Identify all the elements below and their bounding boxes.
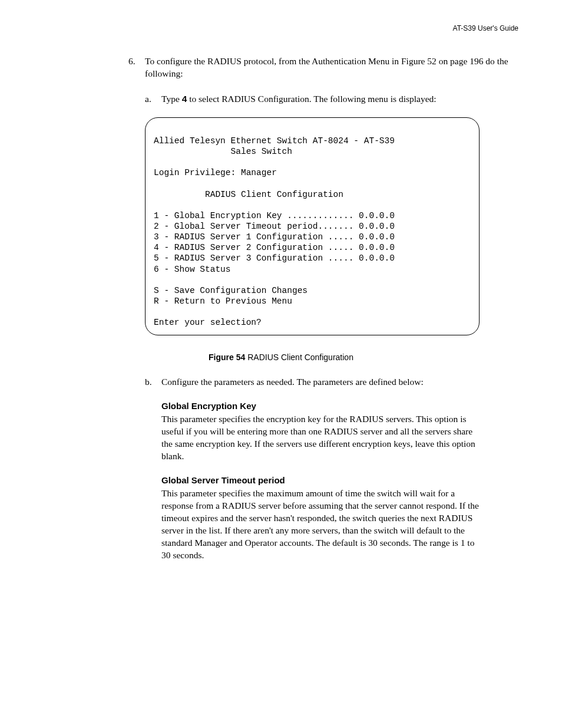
substep-a-key: 4: [182, 94, 187, 104]
param-global-encryption-key: Global Encryption Key This parameter spe…: [161, 400, 480, 463]
substep-b-letter: b.: [145, 376, 161, 388]
header-guide-title: AT-S39 User's Guide: [41, 24, 518, 33]
figure-caption-text: RADIUS Client Configuration: [245, 353, 353, 362]
term-menu-3: 3 - RADIUS Server 1 Configuration ..... …: [154, 232, 395, 242]
terminal-screen: Allied Telesyn Ethernet Switch AT-8024 -…: [145, 117, 480, 335]
term-line-2: Sales Switch: [154, 147, 292, 156]
substep-a-post: to select RADIUS Configuration. The foll…: [187, 94, 436, 104]
term-return: R - Return to Previous Menu: [154, 297, 292, 306]
param2-text: This parameter specifies the maximum amo…: [161, 487, 480, 562]
param-global-server-timeout: Global Server Timeout period This parame…: [161, 475, 480, 562]
step-6: 6. To configure the RADIUS protocol, fro…: [128, 55, 521, 80]
substep-a-letter: a.: [145, 93, 161, 106]
param2-title: Global Server Timeout period: [161, 475, 480, 486]
term-menu-1: 1 - Global Encryption Key ............. …: [154, 211, 395, 220]
step-6-number: 6.: [128, 55, 145, 68]
figure-caption: Figure 54 RADIUS Client Configuration: [41, 352, 521, 363]
param1-title: Global Encryption Key: [161, 400, 480, 412]
term-menu-2: 2 - Global Server Timeout period....... …: [154, 222, 395, 231]
substep-b-text: Configure the parameters as needed. The …: [161, 376, 521, 388]
term-login: Login Privilege: Manager: [154, 168, 277, 177]
step-6-text: To configure the RADIUS protocol, from t…: [145, 55, 521, 80]
term-title: RADIUS Client Configuration: [154, 190, 343, 199]
substep-b: b. Configure the parameters as needed. T…: [145, 376, 521, 388]
term-menu-6: 6 - Show Status: [154, 265, 231, 274]
term-save: S - Save Configuration Changes: [154, 286, 308, 295]
param1-text: This parameter specifies the encryption …: [161, 413, 480, 463]
term-menu-4: 4 - RADIUS Server 2 Configuration ..... …: [154, 243, 395, 252]
term-prompt: Enter your selection?: [154, 318, 262, 327]
term-line-1: Allied Telesyn Ethernet Switch AT-8024 -…: [154, 136, 395, 146]
substep-a: a. Type 4 to select RADIUS Configuration…: [145, 93, 521, 106]
substep-a-text: Type 4 to select RADIUS Configuration. T…: [161, 93, 521, 106]
term-menu-5: 5 - RADIUS Server 3 Configuration ..... …: [154, 253, 395, 263]
substep-a-pre: Type: [161, 94, 182, 104]
figure-label: Figure 54: [209, 353, 245, 362]
